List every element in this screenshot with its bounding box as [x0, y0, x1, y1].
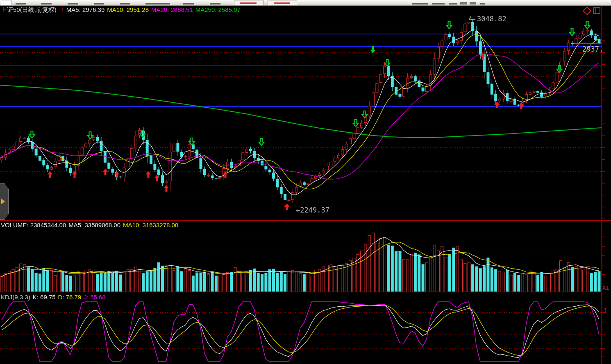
quote-button-clipped[interactable] [234, 0, 263, 5]
peak-price-annotation: 3048.82 [470, 15, 507, 23]
volume-pane-header: VOLUME: 23845344.00MA5: 33589068.00MA10:… [1, 222, 181, 228]
menu-fragment [480, 3, 485, 5]
kdj-axis-label-clipped: 1 [604, 307, 608, 315]
window-menu-fragment [1, 0, 11, 5]
menu-fragment [210, 3, 220, 5]
menu-fragment [432, 3, 445, 5]
ma5-value: MA5: 2976.39 [66, 6, 104, 13]
trading-app-window: { "price_pane": { "title": "上证50(日线.前复权)… [0, 0, 611, 364]
menu-fragment [145, 3, 170, 5]
kdj-pane-header: KDJ(9,3,3)K: 69.75D: 76.79J: 55.68 [1, 294, 108, 301]
trough-price-label: ←2249.37 [296, 206, 329, 214]
trend-up-arrow-icon: ↑ [61, 6, 64, 13]
price-pane[interactable] [0, 5, 602, 220]
quote-button-clipped[interactable] [268, 0, 297, 5]
menu-fragment [41, 3, 52, 5]
volume-ma5-value: MA5: 33589068.00 [68, 222, 120, 228]
menu-fragment [68, 3, 78, 5]
volume-value: VOLUME: 23845344.00 [1, 222, 66, 228]
menu-fragment [120, 3, 130, 5]
kdj-j-value: J: 55.68 [84, 294, 105, 301]
menu-fragment [449, 3, 457, 5]
price-pane-header: 上证50(日线.前复权)↑MA5: 2976.39MA10: 2951.28MA… [1, 6, 243, 14]
split-window-icon[interactable] [593, 7, 600, 14]
kdj-k-value: K: 69.75 [33, 294, 56, 301]
volume-axis-unit-label: X1 [602, 285, 609, 291]
volume-pane[interactable] [0, 220, 602, 292]
menu-fragment [412, 3, 428, 5]
kdj-d-value: D: 76.79 [58, 294, 82, 301]
volume-ma10-value: MA10: 31633278.00 [123, 222, 178, 228]
kdj-indicator-name: KDJ(9,3,3) [1, 294, 30, 301]
toolbar-icon-fragment[interactable] [470, 2, 476, 5]
ma250-value: MA250: 2585.07 [195, 6, 241, 13]
peak-price-label: 3048.82 [477, 15, 507, 23]
top-toolbar-clipped[interactable] [0, 0, 611, 6]
ma10-value: MA10: 2951.28 [107, 6, 149, 13]
trough-price-annotation: ←2249.37 [296, 206, 329, 214]
ma20-value: MA20: 2888.51 [151, 6, 193, 13]
expand-arrow-icon [1, 199, 5, 204]
menu-fragment [94, 3, 104, 5]
kdj-pane[interactable] [0, 292, 602, 364]
left-panel-expand-handle[interactable] [0, 183, 9, 220]
toolbar-icon-fragment[interactable] [460, 2, 467, 5]
current-price-label: 2937. [582, 45, 603, 53]
menu-fragment [183, 3, 194, 5]
symbol-title: 上证50(日线.前复权) [1, 6, 57, 13]
menu-fragment [16, 3, 26, 5]
annotation-leader-icon [469, 16, 477, 20]
